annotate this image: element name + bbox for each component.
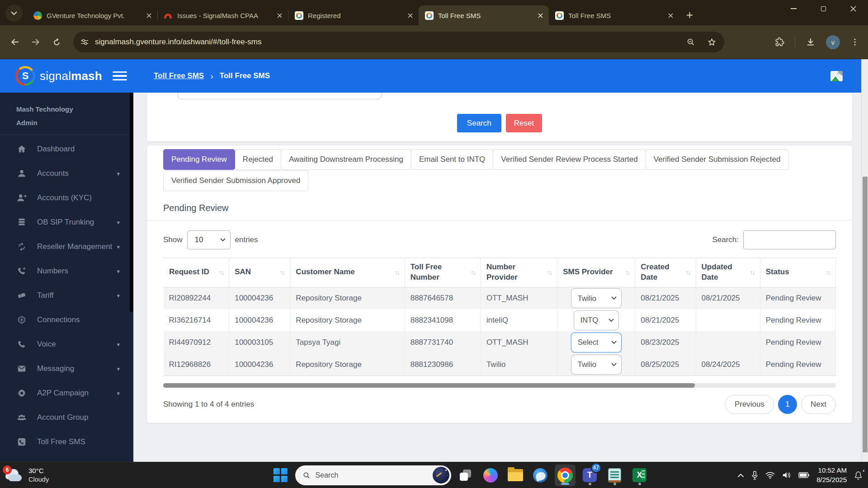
sidebar-item-a2p-campaign[interactable]: A2P Campaign xyxy=(0,381,133,405)
sort-icon[interactable] xyxy=(395,269,399,276)
sort-icon[interactable] xyxy=(826,269,830,276)
window-minimize-button[interactable] xyxy=(778,0,808,17)
sms-provider-select[interactable]: Twilio xyxy=(571,355,622,375)
sms-provider-select[interactable]: Twilio xyxy=(571,288,622,308)
weather-widget[interactable]: 6 30°C Cloudy xyxy=(5,466,49,483)
chrome-button[interactable] xyxy=(555,465,576,486)
sidebar-item-numbers[interactable]: Numbers xyxy=(0,259,133,283)
sort-icon[interactable] xyxy=(547,269,552,276)
next-page-button[interactable]: Next xyxy=(801,395,836,414)
sort-icon[interactable] xyxy=(686,269,690,276)
sidebar-item-reseller-management[interactable]: Reseller Management xyxy=(0,235,133,259)
col-toll-free-number[interactable]: Toll Free Number xyxy=(405,258,481,287)
browser-menu-icon[interactable] xyxy=(850,37,860,47)
tab-gventure[interactable]: GVenture Technology Pvt. xyxy=(27,5,157,25)
search-highlight-image[interactable] xyxy=(433,467,449,483)
tab-close-icon[interactable] xyxy=(666,11,675,19)
sidebar-item-toll-free-sms[interactable]: Toll Free SMS xyxy=(0,430,133,454)
col-customer-name[interactable]: Customer Name xyxy=(290,258,405,287)
file-explorer-button[interactable] xyxy=(505,465,526,486)
notifications-button[interactable]: ᶻ xyxy=(854,471,863,480)
breadcrumb-parent-link[interactable]: Toll Free SMS xyxy=(154,71,204,80)
downloads-icon[interactable] xyxy=(805,37,816,47)
microphone-tray-icon[interactable] xyxy=(751,471,758,480)
back-button[interactable] xyxy=(8,35,22,49)
tab-toll-free-sms-2[interactable]: Toll Free SMS xyxy=(549,5,679,25)
thunderbird-button[interactable] xyxy=(530,465,551,486)
status-tab-submission-approved[interactable]: Verified Sender Submission Approved xyxy=(163,170,308,191)
forward-button[interactable] xyxy=(29,35,42,49)
battery-tray-icon[interactable] xyxy=(798,472,809,478)
tab-issues[interactable]: Issues - SignalMash CPAA xyxy=(158,5,288,25)
table-horizontal-scrollbar[interactable] xyxy=(163,383,836,388)
col-request-id[interactable]: Request ID xyxy=(164,258,229,287)
teams-button[interactable]: 47 xyxy=(580,465,600,486)
taskbar-search[interactable]: Search xyxy=(295,465,451,485)
sort-icon[interactable] xyxy=(471,269,475,276)
sidebar-item-connections[interactable]: Connections xyxy=(0,308,133,332)
new-tab-button[interactable] xyxy=(683,8,696,22)
sort-icon[interactable] xyxy=(750,269,755,276)
tab-close-icon[interactable] xyxy=(275,11,283,19)
col-number-provider[interactable]: Number Provider xyxy=(481,258,557,287)
col-updated-date[interactable]: Updated Date xyxy=(696,258,760,287)
sidebar-item-account-group[interactable]: Account Group xyxy=(0,405,133,430)
tab-close-icon[interactable] xyxy=(406,11,414,19)
status-tab-pending-review[interactable]: Pending Review xyxy=(163,149,235,170)
sort-icon[interactable] xyxy=(280,269,284,276)
page-vertical-scrollbar[interactable] xyxy=(861,59,868,462)
brand-logo[interactable]: S signalmash xyxy=(0,59,133,93)
notepad-button[interactable] xyxy=(604,465,625,486)
col-san[interactable]: SAN xyxy=(229,258,290,287)
bookmark-star-icon[interactable] xyxy=(707,37,717,47)
sidebar-item-tariff[interactable]: Tariff xyxy=(0,283,133,308)
status-tab-rejected[interactable]: Rejected xyxy=(235,149,281,170)
reload-button[interactable] xyxy=(50,35,63,49)
tab-search-button[interactable] xyxy=(5,5,23,22)
reset-button[interactable]: Reset xyxy=(506,114,542,132)
scrollbar-thumb[interactable] xyxy=(863,177,868,452)
col-created-date[interactable]: Created Date xyxy=(635,258,696,287)
window-maximize-button[interactable] xyxy=(808,0,838,17)
sidebar-item-voice[interactable]: Voice xyxy=(0,332,133,357)
sms-provider-select-focused[interactable]: Select xyxy=(571,333,622,352)
volume-tray-icon[interactable] xyxy=(782,471,791,479)
site-info-icon[interactable] xyxy=(80,37,90,47)
status-tab-awaiting-downstream[interactable]: Awaiting Downstream Processing xyxy=(281,149,411,170)
previous-page-button[interactable]: Previous xyxy=(725,395,774,414)
browser-profile-avatar[interactable]: v xyxy=(826,35,840,49)
search-button[interactable]: Search xyxy=(457,114,501,132)
col-sms-provider[interactable]: SMS Provider xyxy=(557,258,635,287)
sms-provider-select[interactable]: INTQ xyxy=(574,310,619,330)
sidebar-item-ob-sip-trunking[interactable]: OB SIP Trunking xyxy=(0,210,133,235)
tab-close-icon[interactable] xyxy=(145,11,153,19)
tab-toll-free-sms-active[interactable]: Toll Free SMS xyxy=(419,5,549,25)
sidebar-item-accounts-kyc[interactable]: Accounts (KYC) xyxy=(0,186,133,210)
sidebar-item-dashboard[interactable]: Dashboard xyxy=(0,137,133,161)
start-button[interactable] xyxy=(270,465,291,486)
wifi-tray-icon[interactable] xyxy=(765,472,775,479)
status-tab-review-process-started[interactable]: Verified Sender Review Process Started xyxy=(493,149,646,170)
url-bar[interactable]: signalmash.gventure.info/ashwani/#/toll-… xyxy=(73,32,724,52)
task-view-button[interactable] xyxy=(455,465,476,486)
tab-close-icon[interactable] xyxy=(536,11,544,19)
sidebar-item-messaging[interactable]: Messaging xyxy=(0,357,133,381)
tab-registered[interactable]: Registered xyxy=(288,5,419,25)
sort-icon[interactable] xyxy=(219,269,223,276)
col-status[interactable]: Status xyxy=(760,258,835,287)
extensions-icon[interactable] xyxy=(774,37,785,47)
copilot-button[interactable] xyxy=(480,465,501,486)
window-close-button[interactable] xyxy=(838,0,868,17)
status-tab-submission-rejected[interactable]: Verified Sender Submission Rejected xyxy=(646,149,789,170)
status-tab-email-sent-intq[interactable]: Email Sent to INTQ xyxy=(411,149,493,170)
table-search-input[interactable] xyxy=(743,230,836,249)
tray-expand-button[interactable] xyxy=(737,473,744,478)
page-1-button[interactable]: 1 xyxy=(778,395,797,414)
sidebar-toggle-button[interactable] xyxy=(113,71,127,81)
page-size-select[interactable]: 10 xyxy=(187,230,231,249)
sidebar-item-accounts[interactable]: Accounts xyxy=(0,161,133,186)
sidebar-scrollbar[interactable] xyxy=(130,93,133,312)
clock-widget[interactable]: 10:52 AM 8/25/2025 xyxy=(816,466,847,484)
sort-icon[interactable] xyxy=(625,269,629,276)
scrollbar-thumb[interactable] xyxy=(163,383,695,388)
